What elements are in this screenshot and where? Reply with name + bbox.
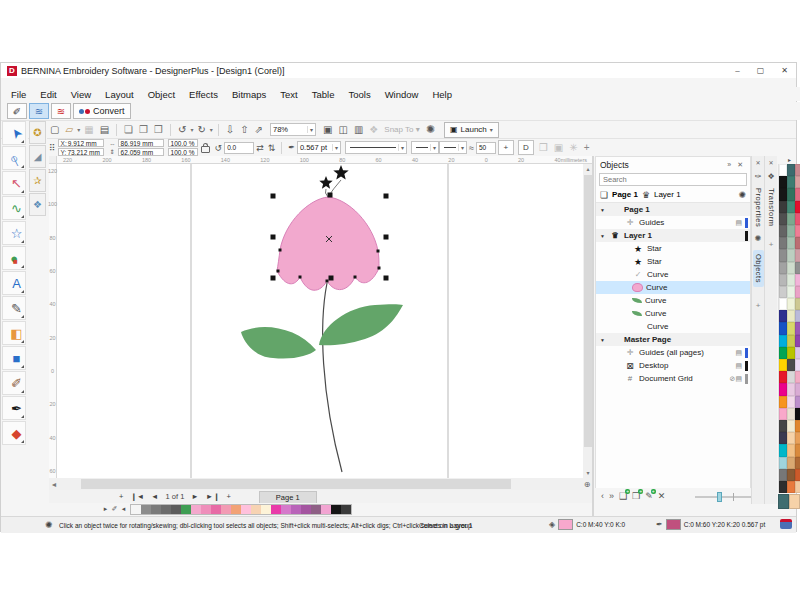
expander-icon[interactable]: ▼: [599, 233, 606, 239]
document-color-swatch[interactable]: [141, 505, 151, 514]
menu-item[interactable]: Bitmaps: [232, 89, 266, 100]
document-color-swatch[interactable]: [241, 505, 251, 514]
palette-swatch[interactable]: [787, 176, 795, 188]
layer-color-bar[interactable]: [745, 231, 748, 241]
objects-tree-row[interactable]: Curve: [596, 281, 750, 294]
objects-tree-row[interactable]: Star: [596, 242, 750, 255]
palette-swatch[interactable]: [787, 237, 795, 249]
add-page-button[interactable]: +: [226, 492, 230, 501]
palette-swatch[interactable]: [779, 176, 787, 188]
docker-action-icon[interactable]: ❒: [632, 491, 640, 501]
toolbar-icon[interactable]: [218, 124, 219, 136]
toolbox-tool[interactable]: ● ■: [2, 246, 26, 270]
palette-collapse-icon[interactable]: ◂: [119, 505, 128, 513]
palette-swatch[interactable]: [795, 481, 800, 493]
document-color-swatch[interactable]: [161, 505, 171, 514]
palette-swatch[interactable]: [795, 457, 800, 469]
toolbox-tool[interactable]: ◆: [2, 421, 26, 445]
zoom-level-combo[interactable]: 78%▾: [270, 123, 316, 136]
printable-icon[interactable]: ▤: [735, 349, 742, 357]
document-color-swatch[interactable]: [281, 505, 291, 514]
snap-to-dropdown[interactable]: Snap To ▾: [384, 125, 419, 134]
palette-swatch[interactable]: [779, 408, 787, 420]
mini-toolbar-tool[interactable]: ❖: [29, 193, 46, 216]
palette-swatch[interactable]: [787, 371, 795, 383]
palette-swatch[interactable]: [787, 420, 795, 432]
add-page-button[interactable]: +: [119, 492, 123, 501]
layer-color-bar[interactable]: [745, 335, 748, 345]
palette-swatch[interactable]: [787, 444, 795, 456]
chevron-down-icon[interactable]: ▾: [307, 126, 313, 133]
menu-item[interactable]: Window: [385, 89, 419, 100]
objects-tree-row[interactable]: Curve: [596, 320, 750, 333]
document-color-swatch[interactable]: [261, 505, 271, 514]
horizontal-ruler[interactable]: 2202001801601401201008060402002040 milli…: [57, 156, 593, 164]
toolbar-icon[interactable]: ✳: [566, 142, 580, 153]
expander-icon[interactable]: ▼: [599, 337, 606, 343]
palette-swatch[interactable]: [787, 262, 795, 274]
palette-swatch[interactable]: [795, 164, 800, 176]
toolbox-tool[interactable]: ∿: [2, 196, 26, 220]
stem-curve[interactable]: [323, 283, 342, 472]
expander-icon[interactable]: ▼: [599, 207, 606, 213]
menu-item[interactable]: Help: [432, 89, 452, 100]
palette-footer-swatch[interactable]: [789, 494, 800, 509]
layer-color-bar[interactable]: [745, 374, 748, 384]
palette-swatch[interactable]: [779, 371, 787, 383]
printable-icon[interactable]: ▤: [735, 362, 742, 370]
panel-divider[interactable]: [592, 156, 594, 516]
document-color-swatch[interactable]: [151, 505, 161, 514]
objects-tree-row[interactable]: Curve: [596, 307, 750, 320]
palette-swatch[interactable]: [795, 371, 800, 383]
palette-swatch[interactable]: [787, 225, 795, 237]
palette-swatch[interactable]: [787, 335, 795, 347]
document-color-swatch[interactable]: [181, 505, 191, 514]
menu-item[interactable]: Edit: [40, 89, 56, 100]
palette-swatch[interactable]: [787, 249, 795, 261]
palette-swatch[interactable]: [795, 188, 800, 200]
document-color-swatch[interactable]: [341, 505, 351, 514]
palette-swatch[interactable]: [779, 213, 787, 225]
document-color-swatch[interactable]: [231, 505, 241, 514]
layer-color-bar[interactable]: [745, 361, 748, 371]
docker-action-icon[interactable]: ✕: [658, 491, 666, 501]
close-curve-button[interactable]: D: [518, 140, 534, 155]
printable-icon[interactable]: ▤: [735, 219, 742, 227]
toolbox-tool[interactable]: ↖: [2, 171, 26, 195]
menu-item[interactable]: Table: [312, 89, 335, 100]
palette-swatch[interactable]: [787, 408, 795, 420]
toolbar-icon[interactable]: ❒: [536, 142, 551, 153]
smoothness-stepper[interactable]: +: [498, 140, 514, 155]
outline-color-swatch[interactable]: [666, 519, 681, 530]
menu-item[interactable]: Text: [280, 89, 297, 100]
palette-footer-swatch[interactable]: [778, 494, 789, 509]
palette-swatch[interactable]: [787, 481, 795, 493]
objects-tree-row[interactable]: Star: [596, 255, 750, 268]
fill-color-swatch[interactable]: [558, 519, 573, 530]
document-color-swatch[interactable]: [321, 505, 331, 514]
docker-action-icon[interactable]: ✎: [645, 491, 653, 501]
palette-swatch[interactable]: [795, 225, 800, 237]
palette-swatch[interactable]: [795, 310, 800, 322]
palette-swatch[interactable]: [787, 469, 795, 481]
document-color-swatch[interactable]: [221, 505, 231, 514]
scroll-left-arrow[interactable]: ◄: [49, 481, 59, 488]
layer-color-bar[interactable]: [745, 283, 748, 293]
palette-swatch[interactable]: [795, 408, 800, 420]
palette-swatch[interactable]: [795, 420, 800, 432]
scale-h-field[interactable]: 100.0%: [168, 139, 198, 147]
chevron-down-icon[interactable]: ▾: [332, 144, 338, 151]
search-box[interactable]: [599, 173, 747, 186]
add-docker-button[interactable]: +: [756, 301, 761, 310]
palette-swatch[interactable]: [787, 457, 795, 469]
toolbar-icon[interactable]: ▣: [551, 142, 566, 153]
mini-toolbar-tool[interactable]: ✪: [29, 121, 46, 144]
document-color-swatch[interactable]: [191, 505, 201, 514]
layer-color-bar[interactable]: [745, 309, 748, 319]
menu-item[interactable]: Effects: [189, 89, 218, 100]
palette-swatch[interactable]: [795, 383, 800, 395]
palette-swatch[interactable]: [779, 262, 787, 274]
maximize-button[interactable]: ▢: [757, 66, 765, 75]
current-page-label[interactable]: Page 1: [612, 190, 638, 199]
canvas-mode-button[interactable]: ✐: [7, 103, 27, 119]
